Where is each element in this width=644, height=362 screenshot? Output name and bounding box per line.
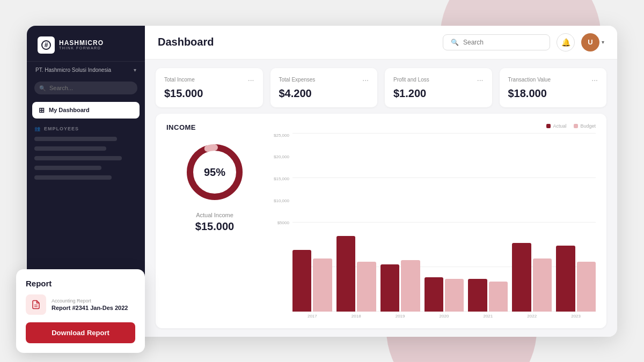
stat-label-0: Total Income (164, 77, 195, 83)
bar-group-6 (556, 246, 596, 312)
company-name: PT. Hashmicro Solusi Indonesia (35, 67, 111, 73)
header-search-input[interactable] (463, 39, 542, 46)
bar-group-3 (425, 277, 464, 312)
section-employees-label: EMPLOYEES (44, 126, 79, 131)
stat-header-1: Total Expenses ··· (279, 76, 369, 84)
skeleton-bar-4 (34, 166, 101, 170)
document-icon (31, 300, 41, 309)
logo-name: HASHMICRO (59, 40, 104, 46)
stat-dots-1[interactable]: ··· (362, 76, 369, 84)
bar-budget-4 (489, 282, 508, 312)
income-right: Actual Budget $25,000 $20,000 $15,0 (274, 123, 596, 319)
x-label-3: 2020 (425, 314, 464, 319)
legend-actual: Actual (546, 123, 566, 129)
bar-budget-2 (401, 260, 420, 312)
stat-dots-2[interactable]: ··· (477, 76, 484, 84)
income-left: INCOME 95% Actual Income (166, 123, 263, 319)
stat-label-2: Profit and Loss (393, 77, 429, 83)
skeleton-bar-1 (34, 137, 117, 141)
notification-bell-button[interactable]: 🔔 (557, 33, 575, 51)
x-label-0: 2017 (292, 314, 332, 319)
header-search-icon: 🔍 (451, 39, 459, 46)
income-section: INCOME 95% Actual Income (156, 114, 606, 328)
y-label-20k: $20,000 (274, 154, 289, 159)
stat-card-0: Total Income ··· $15.000 (156, 68, 263, 107)
legend-budget-label: Budget (580, 123, 596, 129)
bar-actual-5 (512, 243, 531, 312)
sidebar: # HASHMICRO THINK FORWARD PT. Hashmicro … (27, 26, 145, 337)
sidebar-logo: # HASHMICRO THINK FORWARD (27, 26, 145, 62)
page-title: Dashboard (158, 36, 214, 48)
stat-value-3: $18.000 (508, 87, 598, 100)
y-label-5k: $5000 (277, 220, 289, 225)
y-label-10k: $10,000 (274, 198, 289, 203)
report-item: Accounting Report Report #2341 Jan-Des 2… (26, 294, 135, 315)
stat-header-0: Total Income ··· (164, 76, 254, 84)
donut-center: 95% (204, 166, 225, 178)
skeleton-bar-3 (34, 156, 122, 160)
dashboard-icon: ⊞ (39, 106, 45, 114)
x-label-1: 2018 (336, 314, 376, 319)
logo-tagline: THINK FORWARD (59, 46, 104, 50)
svg-text:#: # (45, 41, 48, 49)
actual-income-label: Actual Income (196, 212, 233, 218)
legend-budget-dot (574, 124, 578, 128)
avatar-chevron-icon: ▾ (602, 39, 604, 45)
stat-value-0: $15.000 (164, 87, 254, 100)
bar-actual-6 (556, 246, 575, 312)
header: Dashboard 🔍 🔔 U ▾ (145, 26, 617, 60)
bar-budget-3 (445, 279, 464, 312)
download-report-button[interactable]: Download Report (26, 322, 135, 343)
bar-group-5 (512, 243, 552, 312)
y-label-15k: $15,000 (274, 176, 289, 181)
nav-item-dashboard-label: My Dashboard (49, 107, 90, 113)
sidebar-search-input[interactable] (34, 82, 137, 94)
stat-label-1: Total Expenses (279, 77, 316, 83)
donut-chart: 95% (182, 140, 247, 204)
header-right: 🔍 🔔 U ▾ (443, 33, 604, 51)
nav-item-dashboard[interactable]: ⊞ My Dashboard (32, 102, 140, 119)
x-label-2: 2019 (380, 314, 420, 319)
sidebar-search-wrap: 🔍 (34, 82, 137, 94)
actual-income-value: $15.000 (195, 220, 234, 233)
income-section-label: INCOME (166, 123, 196, 131)
y-label-25k: $25,000 (274, 133, 289, 138)
main-content: Dashboard 🔍 🔔 U ▾ Total Income ··· (145, 26, 617, 337)
header-search-bar: 🔍 (443, 34, 550, 50)
legend-actual-dot (546, 124, 551, 128)
stat-value-1: $4.200 (279, 87, 369, 100)
bell-icon: 🔔 (561, 38, 570, 47)
logo-text: HASHMICRO THINK FORWARD (59, 40, 104, 50)
stat-value-2: $1.200 (393, 87, 484, 100)
stat-card-1: Total Expenses ··· $4.200 (270, 68, 378, 107)
skeleton-bar-5 (34, 175, 112, 180)
stat-card-2: Profit and Loss ··· $1.200 (385, 68, 492, 107)
bar-actual-0 (292, 250, 311, 312)
sidebar-search: 🔍 (27, 78, 145, 100)
report-type: Accounting Report (52, 298, 135, 304)
company-selector[interactable]: PT. Hashmicro Solusi Indonesia ▾ (27, 62, 145, 78)
skeleton-bar-2 (34, 146, 106, 151)
bar-group-0 (292, 250, 332, 312)
legend-budget: Budget (574, 123, 596, 129)
bar-budget-5 (533, 258, 552, 312)
stat-card-3: Transaction Value ··· $18.000 (500, 68, 607, 107)
chevron-down-icon: ▾ (134, 67, 136, 73)
stat-dots-0[interactable]: ··· (248, 76, 254, 84)
x-label-4: 2021 (468, 314, 508, 319)
bar-actual-1 (336, 236, 355, 312)
bar-group-1 (336, 236, 376, 312)
report-popup-title: Report (26, 279, 135, 288)
bar-group-2 (380, 260, 420, 312)
stat-label-3: Transaction Value (508, 77, 551, 83)
stat-dots-3[interactable]: ··· (591, 76, 598, 84)
donut-percent-label: 95% (204, 166, 225, 178)
logo-area: # HASHMICRO THINK FORWARD (38, 36, 134, 54)
bar-actual-2 (380, 264, 399, 312)
x-label-6: 2023 (556, 314, 596, 319)
app-container: # HASHMICRO THINK FORWARD PT. Hashmicro … (27, 26, 617, 337)
bar-budget-1 (357, 262, 376, 312)
bar-actual-4 (468, 279, 487, 312)
avatar-button[interactable]: U ▾ (581, 33, 604, 51)
report-info: Accounting Report Report #2341 Jan-Des 2… (52, 298, 135, 311)
